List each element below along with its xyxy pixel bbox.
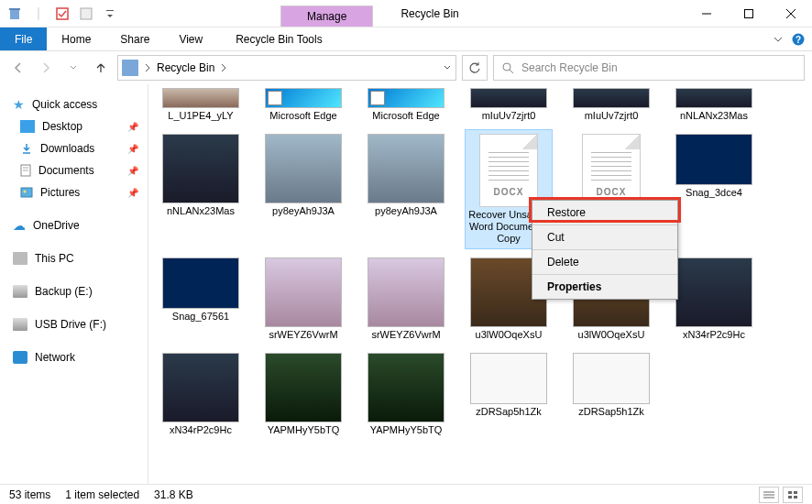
file-label: u3lW0OqeXsU <box>467 329 550 340</box>
share-tab[interactable]: Share <box>105 27 164 50</box>
file-label: py8eyAh9J3A <box>365 205 447 216</box>
svg-rect-3 <box>57 8 68 19</box>
sidebar-item-documents[interactable]: Documents📌 <box>0 159 148 181</box>
file-item[interactable]: Snag_3dce4 <box>671 130 757 248</box>
recent-dropdown-icon[interactable] <box>62 57 84 79</box>
file-item[interactable]: zDRSap5h1Zk <box>568 349 654 439</box>
chevron-right-icon[interactable] <box>220 63 227 72</box>
sidebar-item-usb-drive[interactable]: USB Drive (F:) <box>0 313 148 335</box>
context-menu-properties[interactable]: Properties <box>532 275 677 299</box>
recycle-bin-tools-tab[interactable]: Recycle Bin Tools <box>221 27 337 50</box>
thumbnail <box>675 257 752 327</box>
file-item[interactable]: nNLANx23Mas <box>671 84 757 125</box>
sidebar-item-onedrive[interactable]: ☁OneDrive <box>0 214 148 236</box>
sidebar-item-label: USB Drive (F:) <box>35 318 106 331</box>
main-area: ★Quick access Desktop📌 Downloads📌 Docume… <box>0 84 812 484</box>
details-view-button[interactable] <box>759 487 779 503</box>
breadcrumb[interactable]: Recycle Bin <box>157 61 214 74</box>
qat-blank-icon[interactable] <box>75 4 97 24</box>
sidebar-item-label: Downloads <box>40 142 94 155</box>
properties-qat-icon[interactable] <box>51 4 73 24</box>
sidebar-item-downloads[interactable]: Downloads📌 <box>0 137 148 159</box>
items-view[interactable]: L_U1PE4_yLY Microsoft Edge Microsoft Edg… <box>148 84 812 484</box>
file-item[interactable]: srWEYZ6VwrM <box>363 254 449 344</box>
svg-line-13 <box>510 70 513 73</box>
file-label: zDRSap5h1Zk <box>570 406 653 417</box>
file-tab[interactable]: File <box>0 27 47 50</box>
thumbnail <box>368 257 444 327</box>
home-tab[interactable]: Home <box>47 27 105 50</box>
file-item[interactable]: Microsoft Edge <box>260 84 346 125</box>
view-tab[interactable]: View <box>164 27 217 50</box>
maximize-button[interactable] <box>728 0 770 27</box>
download-icon <box>20 142 33 155</box>
file-item[interactable]: Microsoft Edge <box>363 84 449 125</box>
file-item[interactable]: nNLANx23Mas <box>158 130 244 248</box>
file-item[interactable]: mIuUv7zjrt0 <box>568 84 654 125</box>
file-item[interactable]: Snag_67561 <box>158 254 244 344</box>
file-item[interactable]: YAPMHyY5bTQ <box>363 349 449 439</box>
search-icon <box>501 61 514 74</box>
navigation-pane: ★Quick access Desktop📌 Downloads📌 Docume… <box>0 84 148 484</box>
sidebar-item-this-pc[interactable]: This PC <box>0 247 148 269</box>
file-item[interactable]: py8eyAh9J3A <box>363 130 449 248</box>
location-icon <box>122 60 138 76</box>
back-button[interactable] <box>7 57 29 79</box>
context-menu: Restore Cut Delete Properties <box>532 200 678 300</box>
thumbnail <box>265 353 342 422</box>
title-bar: Manage Recycle Bin <box>0 0 812 27</box>
file-label: xN34rP2c9Hc <box>673 329 755 340</box>
sidebar-item-quick-access[interactable]: ★Quick access <box>0 93 148 115</box>
file-item[interactable]: py8eyAh9J3A <box>260 130 346 248</box>
file-label: srWEYZ6VwrM <box>365 329 447 340</box>
thumbnail <box>675 134 752 185</box>
file-item[interactable]: xN34rP2c9Hc <box>158 349 244 439</box>
thumbnail <box>368 353 444 422</box>
ribbon-expand-icon[interactable] <box>774 35 783 44</box>
file-item[interactable]: xN34rP2c9Hc <box>671 254 757 344</box>
file-label: L_U1PE4_yLY <box>159 110 242 121</box>
file-item[interactable]: zDRSap5h1Zk <box>466 349 552 439</box>
sidebar-item-label: This PC <box>35 252 74 265</box>
manage-context-tab[interactable]: Manage <box>280 5 373 27</box>
minimize-button[interactable] <box>686 0 728 27</box>
close-button[interactable] <box>770 0 812 27</box>
status-bar: 53 items 1 item selected 31.8 KB <box>0 484 812 504</box>
drive-icon <box>13 318 27 331</box>
qat-dropdown-icon[interactable] <box>99 4 121 24</box>
thumbnail <box>573 88 650 108</box>
thumbnail <box>265 257 342 327</box>
forward-button[interactable] <box>35 57 57 79</box>
context-menu-restore[interactable]: Restore <box>532 201 677 225</box>
file-item[interactable]: mIuUv7zjrt0 <box>466 84 552 125</box>
contextual-tab-group: Manage <box>280 0 373 27</box>
help-icon[interactable]: ? <box>792 33 805 46</box>
thumbnail <box>162 353 239 422</box>
chevron-right-icon[interactable] <box>144 63 151 72</box>
sidebar-item-label: Desktop <box>42 120 82 133</box>
context-menu-delete[interactable]: Delete <box>532 250 677 275</box>
refresh-button[interactable] <box>462 55 488 81</box>
thumbnails-view-button[interactable] <box>783 487 803 503</box>
file-item[interactable]: srWEYZ6VwrM <box>260 254 346 344</box>
docx-icon: DOCX <box>479 134 538 207</box>
status-selection: 1 item selected <box>65 488 139 501</box>
file-label: Microsoft Edge <box>262 110 345 121</box>
sidebar-item-desktop[interactable]: Desktop📌 <box>0 115 148 137</box>
thumbnail <box>368 88 444 108</box>
recycle-bin-icon[interactable] <box>4 4 26 24</box>
address-dropdown-icon[interactable] <box>443 63 452 72</box>
up-button[interactable] <box>90 57 112 79</box>
sidebar-item-network[interactable]: Network <box>0 346 148 368</box>
file-item[interactable]: L_U1PE4_yLY <box>158 84 244 125</box>
sidebar-item-pictures[interactable]: Pictures📌 <box>0 181 148 203</box>
context-menu-cut[interactable]: Cut <box>532 225 677 250</box>
address-bar[interactable]: Recycle Bin <box>117 55 456 81</box>
file-label: YAPMHyY5bTQ <box>262 424 345 435</box>
search-input[interactable] <box>521 61 796 74</box>
file-label: mIuUv7zjrt0 <box>467 110 550 121</box>
file-item[interactable]: YAPMHyY5bTQ <box>260 349 346 439</box>
window-title: Recycle Bin <box>401 0 458 27</box>
sidebar-item-backup-drive[interactable]: Backup (E:) <box>0 280 148 302</box>
search-box[interactable] <box>493 55 805 81</box>
